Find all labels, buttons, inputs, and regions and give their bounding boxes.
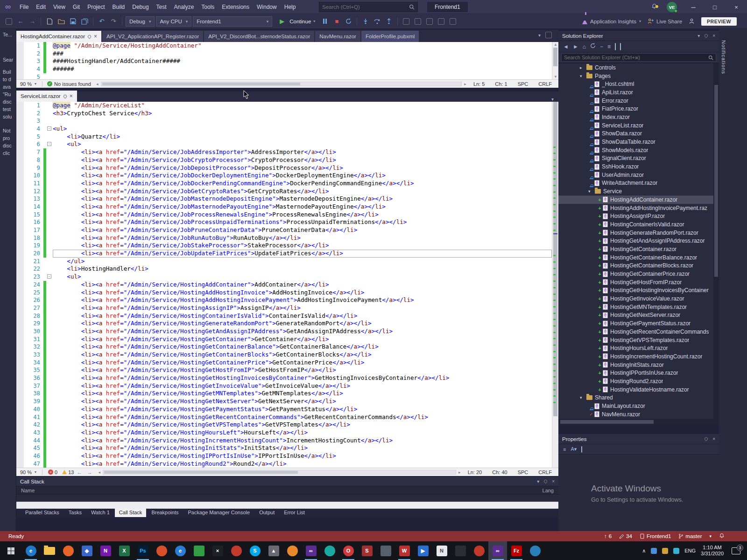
taskbar-icon-notepad[interactable]: N xyxy=(432,541,451,560)
tree-file-apilist-razor[interactable]: @ApiList.razor xyxy=(558,88,719,97)
close-button[interactable]: × xyxy=(726,0,747,14)
breakpoint-gutter[interactable] xyxy=(16,110,24,118)
tree-file-hostinggetvpstemplates-razor[interactable]: +@HostingGetVPSTemplates.razor xyxy=(558,336,719,344)
menu-test[interactable]: Test xyxy=(153,0,170,14)
breakpoint-gutter[interactable] xyxy=(16,336,24,343)
code-line-44[interactable]: 44 <li><a href="/Admin/Service/HostingIn… xyxy=(16,437,552,445)
code-text[interactable]: <li><a href="/Admin/Service/JobGetCrypto… xyxy=(53,188,552,196)
home-icon[interactable]: ⌂ xyxy=(583,43,586,50)
tree-file-index-razor[interactable]: @Index.razor xyxy=(558,113,719,121)
refresh-icon[interactable] xyxy=(590,43,596,50)
chevron-right-icon[interactable]: ▸ xyxy=(580,65,585,70)
collapsed-test-explorer-panel[interactable]: Te...SearBuilto dava"RudisctestsoluNotpr… xyxy=(0,29,16,531)
branch-menu-icon[interactable]: ▾ xyxy=(709,534,712,539)
tree-file-hostingaddcontainer-razor[interactable]: +@HostingAddContainer.razor xyxy=(558,196,719,204)
fold-margin[interactable] xyxy=(46,444,53,452)
breakpoint-gutter[interactable] xyxy=(16,413,24,421)
breakpoint-gutter[interactable] xyxy=(16,258,24,266)
chevron-down-icon[interactable]: ▾ xyxy=(580,395,585,400)
code-line-3[interactable]: 3 xyxy=(16,117,552,125)
active-project-badge[interactable]: Frontend1 xyxy=(427,2,468,12)
breakpoint-gutter[interactable] xyxy=(16,172,24,180)
close-icon[interactable]: × xyxy=(94,33,97,40)
tree-file-error-razor[interactable]: @Error.razor xyxy=(558,97,719,105)
taskbar-icon-app-blue[interactable] xyxy=(526,541,544,560)
code-line-6[interactable]: 6- <ul> xyxy=(16,140,552,148)
taskbar-icon-visual-studio-active[interactable]: ∞ xyxy=(488,541,507,560)
call-stack-panel-header[interactable]: Call Stack ▾ × xyxy=(16,477,558,486)
quick-search-box[interactable] xyxy=(319,2,418,12)
panel-tab-package-manager-console[interactable]: Package Manager Console xyxy=(183,509,254,517)
code-text[interactable]: @page "/Admin/ServiceList" xyxy=(53,102,552,110)
breakpoint-gutter[interactable] xyxy=(16,296,24,304)
fold-margin[interactable] xyxy=(46,203,53,211)
fold-margin[interactable] xyxy=(46,312,53,320)
fold-margin[interactable] xyxy=(46,382,53,390)
fold-margin[interactable] xyxy=(46,211,53,219)
collapse-region-icon[interactable]: - xyxy=(47,126,51,131)
tree-file-hostinggetandassignipaddress-razor[interactable]: +@HostingGetAndAssignIPAddress.razor xyxy=(558,237,719,245)
code-text[interactable]: <li><a href="/Admin/Service/HostingGetPa… xyxy=(53,406,552,413)
eol-indicator[interactable]: CRLF xyxy=(538,469,552,475)
breakpoint-gutter[interactable] xyxy=(16,211,24,219)
menu-help[interactable]: Help xyxy=(281,0,300,14)
float-window-icon[interactable] xyxy=(545,32,552,38)
save-all-icon[interactable] xyxy=(79,16,90,27)
code-text[interactable]: <li>Quartz</li> xyxy=(53,133,552,141)
close-icon[interactable]: × xyxy=(552,479,555,484)
breakpoint-gutter[interactable] xyxy=(16,188,24,196)
vertical-scrollbar[interactable] xyxy=(552,102,558,468)
maximize-button[interactable]: □ xyxy=(704,0,726,14)
panel-tab-output[interactable]: Output xyxy=(255,509,279,517)
fold-margin[interactable] xyxy=(46,429,53,437)
fold-margin[interactable] xyxy=(46,366,53,374)
code-line-40[interactable]: 40 <li><a href="/Admin/Service/HostingGe… xyxy=(16,406,552,413)
fold-margin[interactable] xyxy=(46,133,53,141)
code-line-39[interactable]: 39 <li><a href="/Admin/Service/HostingGe… xyxy=(16,398,552,406)
pin-icon[interactable] xyxy=(704,437,709,441)
taskbar-icon-app-gray[interactable]: ▲ xyxy=(264,541,283,560)
breakpoint-gutter[interactable] xyxy=(16,289,24,297)
code-text[interactable]: <ul> xyxy=(53,273,552,281)
horizontal-scrollbar[interactable] xyxy=(16,502,558,509)
code-text[interactable]: <li><a href="/Admin/Service/JobProcessRe… xyxy=(53,211,552,219)
fold-margin[interactable] xyxy=(46,296,53,304)
menu-build[interactable]: Build xyxy=(109,0,129,14)
fold-margin[interactable] xyxy=(46,218,53,226)
breakpoint-gutter[interactable] xyxy=(16,234,24,242)
code-text[interactable]: <li><a href="/Admin/Service/JobUpdateFia… xyxy=(53,250,552,258)
solution-explorer-header[interactable]: Solution Explorer ▾ × xyxy=(558,31,719,41)
clock[interactable]: 1:10 AM 3/31/2020 xyxy=(701,545,724,557)
live-share-button[interactable]: Live Share xyxy=(648,18,682,24)
panel-menu-icon[interactable]: ▾ xyxy=(698,33,700,38)
stop-icon[interactable]: ■ xyxy=(331,16,342,27)
tree-file-signalclient-razor[interactable]: @SignalClient.razor xyxy=(558,154,719,163)
fold-margin[interactable] xyxy=(46,226,53,234)
scroll-left-icon[interactable]: ◂ xyxy=(95,82,100,86)
close-icon[interactable]: × xyxy=(712,33,715,38)
fold-margin[interactable] xyxy=(46,437,53,445)
fold-margin[interactable] xyxy=(46,73,53,79)
editor-tab-hostingaddcontainer-razor[interactable]: HostingAddContainer.razor× xyxy=(16,31,101,42)
code-line-18[interactable]: 18 <li><a href="/Admin/Service/JobRunAut… xyxy=(16,234,552,242)
code-text[interactable]: <ul> xyxy=(53,125,552,133)
taskbar-icon-app-diamond[interactable]: ◆ xyxy=(78,541,96,560)
breakpoint-gutter[interactable] xyxy=(16,125,24,133)
start-button[interactable] xyxy=(0,541,21,560)
code-line-7[interactable]: 7 <li><a href="/Admin/Service/JobAddress… xyxy=(16,148,552,156)
code-text[interactable]: <li><a href="/Admin/Service/JobCryptoPro… xyxy=(53,156,552,164)
taskbar-icon-onenote[interactable]: N xyxy=(96,541,115,560)
code-text[interactable]: @page "/Admin/Service/HostingAddContaine… xyxy=(53,42,552,50)
fold-margin[interactable] xyxy=(46,413,53,421)
code-line-36[interactable]: 36 <li><a href="/Admin/Service/HostingGe… xyxy=(16,374,552,382)
open-file-icon[interactable] xyxy=(56,16,66,27)
pin-icon[interactable] xyxy=(704,34,709,38)
taskbar-icon-firefox[interactable] xyxy=(59,541,78,560)
horizontal-scrollbar[interactable] xyxy=(101,82,462,86)
fold-margin[interactable]: - xyxy=(46,273,53,281)
tree-file-showdata-razor[interactable]: @ShowData.razor xyxy=(558,130,719,138)
pin-icon[interactable] xyxy=(63,94,67,98)
taskbar-icon-app-orange[interactable] xyxy=(152,541,171,560)
code-text[interactable]: <h3>CryptoChest Service</h3> xyxy=(53,110,552,118)
pin-icon[interactable] xyxy=(543,479,548,484)
